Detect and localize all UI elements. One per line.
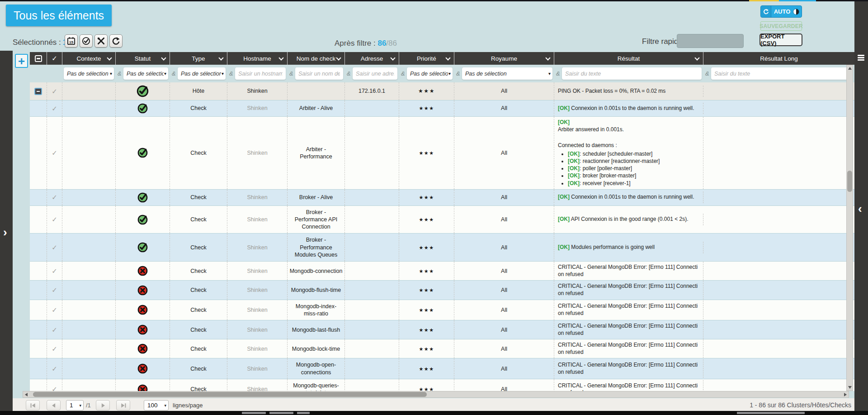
save-button[interactable]: SAUVEGARDER [760, 21, 802, 31]
table-row[interactable]: ✓CheckShinkenMongodb-queries-stat-delete… [30, 379, 854, 391]
cell-selected[interactable]: ✓ [47, 300, 62, 320]
page-number-select[interactable]: 1 ▾ [66, 400, 84, 410]
table-row[interactable]: ✓CheckShinkenMongodb-last-flush★★★AllCRI… [30, 320, 854, 339]
next-page-button[interactable] [96, 400, 110, 410]
left-collapsed-panel: › [0, 51, 13, 412]
filter-select-contexte[interactable]: Pas de sélection▾ [64, 67, 114, 80]
filter-join-label: & [172, 70, 176, 77]
cell-resultat: CRITICAL - General MongoDB Error: [Errno… [554, 281, 703, 299]
filter-select-royaume[interactable]: Pas de sélection▾ [462, 67, 552, 80]
page-title[interactable]: Tous les éléments [6, 5, 112, 26]
cell-selected[interactable]: ✓ [47, 339, 62, 358]
table-row[interactable]: ✓CheckShinkenArbiter - Performance★★★All… [30, 117, 854, 190]
scroll-down-icon[interactable] [848, 386, 852, 389]
cell-resultat-long [703, 206, 854, 234]
horizontal-scrollbar[interactable] [23, 391, 849, 398]
column-header-collapse[interactable] [30, 52, 47, 65]
filter-select-type[interactable]: Pas de sélection▾ [178, 67, 226, 80]
cell-selected[interactable]: ✓ [47, 82, 62, 100]
previous-page-button[interactable] [47, 400, 61, 410]
cell-selected[interactable]: ✓ [47, 190, 62, 205]
cell-selected[interactable]: ✓ [47, 117, 62, 189]
right-collapsed-panel: ‹ [854, 0, 868, 411]
cell-selected[interactable]: ✓ [47, 206, 62, 234]
auto-refresh-button[interactable]: AUTO [760, 5, 802, 18]
column-header-adresse[interactable]: Adresse [345, 52, 399, 65]
recheck-button[interactable] [109, 34, 123, 48]
cell-type: Check [170, 358, 227, 379]
table-row[interactable]: ✓CheckShinkenMongodb-open-connections★★★… [30, 358, 854, 379]
filter-input-hostname[interactable] [235, 67, 286, 80]
column-header-label: Statut [135, 55, 151, 62]
column-header-type[interactable]: Type [170, 52, 227, 65]
cell-resultat-long [703, 320, 854, 339]
vertical-scrollbar[interactable] [846, 65, 853, 391]
scroll-up-icon[interactable] [848, 67, 852, 70]
cell-type: Check [170, 234, 227, 261]
filter-select-statut[interactable]: Pas de sélection▾ [123, 67, 168, 80]
cell-hostname: Shinken [227, 300, 288, 320]
cell-selected[interactable]: ✓ [47, 358, 62, 379]
table-row[interactable]: ✓CheckShinkenMongodb-index-miss-ratio★★★… [30, 300, 854, 321]
column-header-hostname[interactable]: Hostname [227, 52, 288, 65]
column-header-check_name[interactable]: Nom de check [288, 52, 345, 65]
column-header-contexte[interactable]: Contexte [62, 52, 116, 65]
column-header-check[interactable]: ✓ [47, 52, 62, 65]
quick-filter-input[interactable] [677, 34, 744, 48]
cell-selected[interactable]: ✓ [47, 320, 62, 339]
cell-contexte [62, 379, 116, 391]
filter-cell-resultat_long: & [703, 65, 854, 82]
cell-selected[interactable]: ✓ [47, 234, 62, 261]
vertical-scrollbar-thumb[interactable] [847, 171, 852, 192]
expand-left-panel-icon[interactable]: › [3, 226, 7, 238]
horizontal-scrollbar-thumb[interactable] [33, 392, 427, 397]
column-header-priorite[interactable]: Priorité [399, 52, 454, 65]
filter-input-check_name[interactable] [295, 67, 343, 80]
cell-selected[interactable]: ✓ [47, 100, 62, 116]
acknowledge-button[interactable] [80, 34, 93, 48]
result-intro: Arbiter answered in 0.001s. [558, 126, 699, 134]
filter-join-label: & [705, 70, 709, 77]
filter-input-resultat_long[interactable] [711, 67, 853, 80]
cell-selected[interactable]: ✓ [47, 281, 62, 299]
table-row[interactable]: ✓CheckShinkenMongodb-connection★★★AllCRI… [30, 262, 854, 281]
cell-selected[interactable]: ✓ [47, 262, 62, 280]
table-row[interactable]: ✓CheckShinkenMongodb-flush-time★★★AllCRI… [30, 281, 854, 300]
fix-button[interactable] [94, 34, 108, 48]
table-row[interactable]: ✓CheckShinkenMongodb-lock-time★★★AllCRIT… [30, 339, 854, 358]
cell-selected[interactable]: ✓ [47, 379, 62, 391]
filter-select-priorite[interactable]: Pas de sélection▾ [407, 67, 453, 80]
cell-resultat: [OK]Arbiter answered in 0.001s.Connected… [554, 117, 703, 189]
column-header-resultat[interactable]: Résultat [554, 52, 703, 65]
filter-cell-statut: &Pas de sélection▾ [116, 65, 170, 82]
columns-menu-icon[interactable] [858, 55, 865, 62]
table-row[interactable]: ✓HôteShinken172.16.0.1★★★AllPING OK - Pa… [30, 82, 854, 100]
downtime-button[interactable]: 15 [65, 34, 78, 48]
cell-adresse [345, 300, 399, 320]
scroll-left-icon[interactable] [25, 393, 28, 396]
first-page-button[interactable] [26, 400, 40, 410]
scroll-right-icon[interactable] [844, 393, 847, 396]
cell-priorite: ★★★ [399, 262, 454, 280]
column-header-statut[interactable]: Statut [116, 52, 170, 65]
top-strip-yellow-segment [749, 0, 779, 1]
cell-resultat: CRITICAL - General MongoDB Error: [Errno… [554, 380, 703, 391]
table-row[interactable]: ✓CheckShinkenArbiter - Alive★★★All[OK] C… [30, 100, 854, 117]
collapse-row-icon[interactable] [34, 88, 42, 95]
status-critical-icon [137, 363, 148, 374]
column-header-resultat_long[interactable]: Résultat Long [703, 52, 854, 65]
filter-input-adresse[interactable] [353, 67, 397, 80]
table-row[interactable]: ✓CheckShinkenBroker - Performance API Co… [30, 206, 854, 234]
export-csv-button[interactable]: EXPORT (CSV) [760, 33, 802, 46]
column-header-royaume[interactable]: Royaume [454, 52, 554, 65]
cell-contexte [62, 100, 116, 116]
table-row[interactable]: ✓CheckShinkenBroker - Alive★★★All[OK] Co… [30, 190, 854, 206]
filter-input-resultat[interactable] [562, 67, 702, 80]
table-row[interactable]: ✓CheckShinkenBroker - Performance Module… [30, 234, 854, 262]
last-page-button[interactable] [116, 400, 130, 410]
cell-statut [116, 117, 170, 189]
add-button[interactable]: + [15, 54, 28, 68]
page-size-select[interactable]: 100 ▾ [144, 400, 169, 410]
collapse-right-panel-icon[interactable]: ‹ [858, 203, 862, 215]
auto-toggle-icon[interactable] [793, 9, 799, 15]
